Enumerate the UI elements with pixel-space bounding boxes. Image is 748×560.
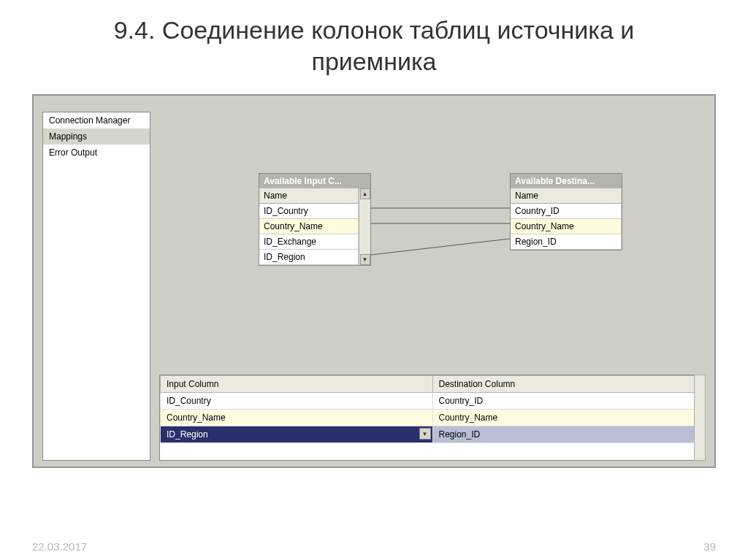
grid-row[interactable]: ID_Region▼Region_ID bbox=[161, 426, 705, 443]
slide-title: 9.4. Соединение колонок таблиц источника… bbox=[0, 0, 748, 85]
list-item[interactable]: Country_Name bbox=[511, 219, 622, 234]
slide-date: 22.03.2017 bbox=[32, 540, 87, 553]
grid-cell-input[interactable]: ID_Region▼ bbox=[161, 426, 433, 443]
slide-footer: 22.03.2017 39 bbox=[0, 540, 748, 553]
list-item[interactable]: Region_ID bbox=[511, 234, 622, 250]
scrollbar[interactable]: ▲ ▼ bbox=[359, 188, 370, 265]
grid-cell-input[interactable]: Country_Name bbox=[161, 410, 433, 426]
available-input-columns-listbox[interactable]: Available Input C... NameID_CountryCount… bbox=[259, 173, 371, 266]
grid-header-input[interactable]: Input Column bbox=[161, 376, 433, 393]
grid-row[interactable]: Country_NameCountry_Name bbox=[161, 410, 705, 426]
sidebar-nav: Connection ManagerMappingsError Output bbox=[42, 112, 150, 461]
mapping-lines bbox=[159, 112, 706, 344]
list-header[interactable]: Name bbox=[511, 188, 622, 204]
dropdown-arrow-icon[interactable]: ▼ bbox=[419, 428, 431, 440]
grid-cell-destination[interactable]: Country_Name bbox=[432, 410, 705, 426]
grid-header-destination[interactable]: Destination Column bbox=[432, 376, 705, 393]
available-destination-columns-listbox[interactable]: Available Destina... NameCountry_IDCount… bbox=[510, 173, 622, 250]
list-item[interactable]: ID_Country bbox=[259, 204, 359, 219]
grid-scrollbar[interactable] bbox=[694, 375, 706, 461]
list-item[interactable]: Country_Name bbox=[259, 219, 359, 234]
grid-cell-destination[interactable]: Region_ID bbox=[432, 426, 705, 443]
list-item[interactable]: Country_ID bbox=[511, 204, 622, 219]
sidebar-item-error-output[interactable]: Error Output bbox=[43, 145, 150, 161]
mapping-grid[interactable]: Input Column Destination Column ID_Count… bbox=[159, 375, 706, 461]
list-item[interactable]: ID_Exchange bbox=[259, 234, 359, 250]
scroll-down-button[interactable]: ▼ bbox=[360, 254, 370, 265]
listbox-title: Available Destina... bbox=[511, 174, 622, 188]
scroll-up-button[interactable]: ▲ bbox=[360, 188, 370, 199]
grid-cell-destination[interactable]: Country_ID bbox=[432, 393, 705, 410]
listbox-title: Available Input C... bbox=[259, 174, 370, 188]
sidebar-item-mappings[interactable]: Mappings bbox=[43, 129, 150, 145]
list-item[interactable]: ID_Region bbox=[259, 250, 359, 265]
svg-line-2 bbox=[371, 239, 510, 255]
dialog-window: Connection ManagerMappingsError Output A… bbox=[32, 94, 716, 468]
mapping-canvas: Available Input C... NameID_CountryCount… bbox=[159, 112, 706, 344]
list-header[interactable]: Name bbox=[259, 188, 359, 204]
slide-number: 39 bbox=[703, 540, 716, 553]
grid-cell-input[interactable]: ID_Country bbox=[161, 393, 433, 410]
grid-row[interactable]: ID_CountryCountry_ID bbox=[161, 393, 705, 410]
sidebar-item-connection-manager[interactable]: Connection Manager bbox=[43, 112, 150, 129]
